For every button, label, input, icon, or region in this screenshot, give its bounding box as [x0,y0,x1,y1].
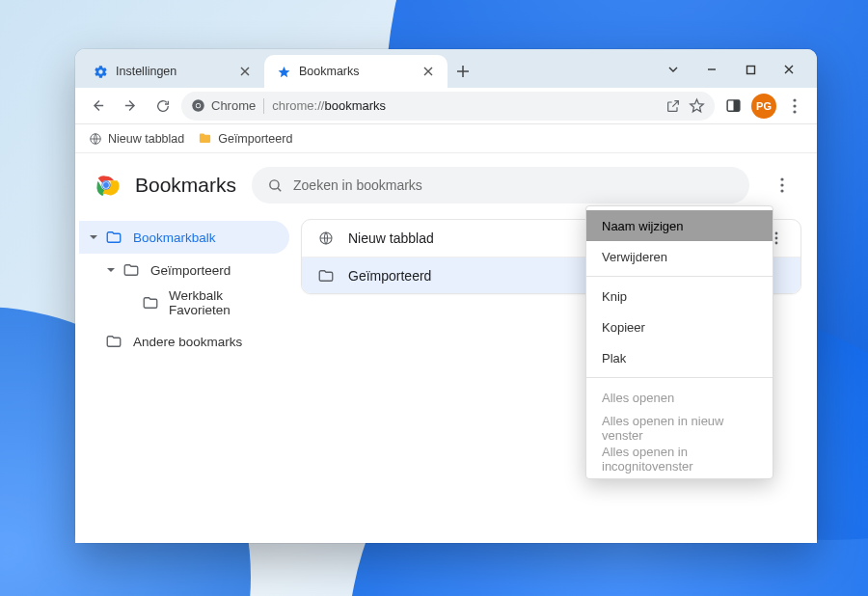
close-icon[interactable] [237,64,253,79]
svg-rect-0 [746,66,754,73]
avatar-initials: PG [756,100,772,112]
ctx-item-open-all-incognito[interactable]: Alles openen in incognitovenster [586,444,773,474]
folder-icon [198,131,212,146]
tree-item-label: Andere bookmarks [133,335,242,349]
profile-avatar[interactable]: PG [751,94,776,119]
ctx-item-open-all[interactable]: Alles openen [586,382,773,413]
svg-point-16 [780,183,783,186]
folder-icon [104,332,123,351]
tree-item-andere-bookmarks[interactable]: Andere bookmarks [79,325,289,358]
svg-point-19 [775,232,778,235]
tree-item-label: Geïmporteerd [150,263,231,278]
svg-rect-5 [733,100,739,111]
folder-icon [141,293,159,312]
origin-label: Chrome [211,98,256,113]
ctx-item-copy[interactable]: Kopieer [586,312,773,342]
svg-point-6 [793,98,796,101]
window-controls [657,55,811,88]
chrome-icon [191,98,205,113]
toolbar: Chrome chrome://bookmarks PG [75,88,817,124]
ctx-item-cut[interactable]: Knip [586,281,773,312]
globe-icon [89,132,102,146]
ctx-item-delete[interactable]: Verwijderen [586,241,773,272]
forward-button[interactable] [116,92,145,121]
gear-icon [93,64,108,79]
search-placeholder: Zoeken in bookmarks [293,177,422,193]
ctx-item-paste[interactable]: Plak [586,342,773,373]
maximize-button[interactable] [734,55,767,84]
side-panel-button[interactable] [719,92,747,121]
tab-settings[interactable]: Instellingen [81,55,264,88]
search-icon [267,177,284,194]
bookmarks-page: Bookmarks Zoeken in bookmarks Bookmarkba… [75,153,817,543]
close-icon[interactable] [420,64,436,79]
folder-icon [317,267,335,284]
svg-point-21 [775,242,778,245]
svg-point-3 [197,104,201,108]
kebab-menu-button[interactable] [780,92,809,121]
bookmarks-bar: Nieuw tabblad Geïmporteerd [75,124,817,153]
tree-item-geimporteerd[interactable]: Geïmporteerd [79,254,289,286]
svg-point-13 [103,182,109,188]
bookmarks-tree: Bookmarkbalk Geïmporteerd Werkbalk Favor… [75,217,297,358]
site-chip[interactable]: Chrome [191,98,256,113]
url-display: chrome://bookmarks [272,98,386,113]
separator [586,276,773,277]
chevron-down-icon[interactable] [83,232,104,242]
bookmarks-bar-item[interactable]: Nieuw tabblad [89,132,184,146]
browser-window: Instellingen Bookmarks [75,49,817,543]
chevron-down-icon[interactable] [100,265,122,275]
page-title: Bookmarks [135,174,236,197]
search-bookmarks-input[interactable]: Zoeken in bookmarks [252,167,749,203]
tree-item-bookmarkbalk[interactable]: Bookmarkbalk [79,221,289,254]
star-icon [276,64,291,79]
ctx-item-open-all-new-window[interactable]: Alles openen in nieuw venster [586,413,773,444]
tab-bookmarks[interactable]: Bookmarks [264,55,448,88]
context-menu: Naam wijzigen Verwijderen Knip Kopieer P… [585,205,773,479]
svg-point-20 [775,237,778,240]
svg-point-15 [780,177,783,180]
separator [586,377,773,378]
minimize-button[interactable] [695,55,728,84]
svg-point-8 [793,110,796,113]
tree-item-werkbalk-favorieten[interactable]: Werkbalk Favorieten [79,286,289,319]
folder-icon [122,260,141,280]
bookmarks-bar-item-label: Geïmporteerd [218,132,292,146]
ctx-item-rename[interactable]: Naam wijzigen [586,210,773,241]
page-kebab-button[interactable] [765,168,800,203]
tree-item-label: Werkbalk Favorieten [169,288,280,317]
tab-title: Instellingen [116,65,230,78]
svg-point-7 [793,104,796,107]
svg-point-17 [780,189,783,192]
chrome-logo-icon [93,172,120,199]
folder-icon [104,228,123,247]
bookmarks-bar-item-label: Nieuw tabblad [108,132,184,146]
svg-point-14 [270,179,279,188]
new-tab-button[interactable] [449,58,476,85]
star-outline-icon[interactable] [689,97,705,114]
omnibox[interactable]: Chrome chrome://bookmarks [181,92,715,121]
tree-item-label: Bookmarkbalk [133,230,216,245]
globe-icon [317,230,335,247]
separator [263,98,264,114]
reload-button[interactable] [149,92,177,121]
tab-dropdown-button[interactable] [657,55,690,84]
bookmarks-bar-item[interactable]: Geïmporteerd [198,131,292,146]
tabstrip: Instellingen Bookmarks [75,49,817,88]
tab-title: Bookmarks [299,65,413,78]
omnibox-actions [665,97,705,114]
back-button[interactable] [83,92,112,121]
share-icon[interactable] [665,98,681,114]
close-window-button[interactable] [773,55,805,84]
